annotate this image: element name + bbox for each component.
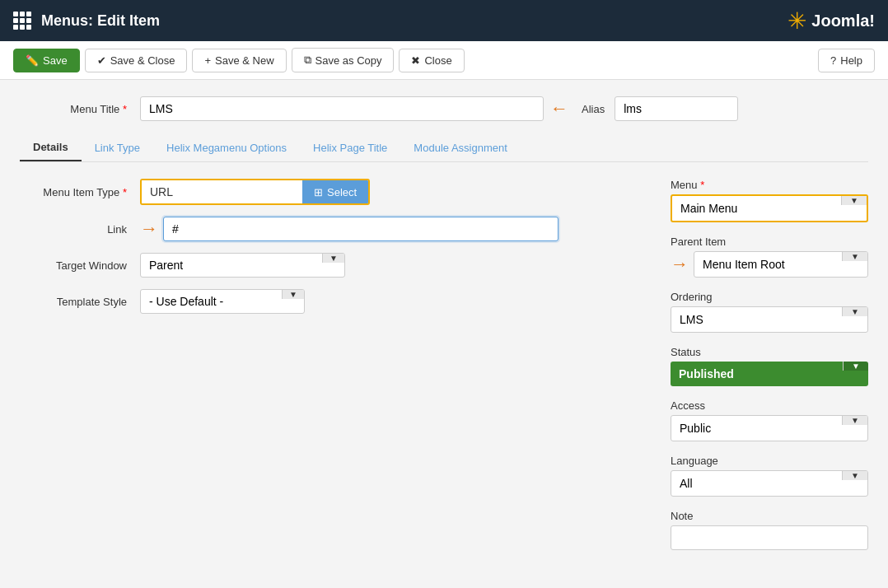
access-select[interactable]: Public Guest Registered Special Super Us… bbox=[671, 416, 842, 441]
access-chevron-icon: ▼ bbox=[842, 416, 867, 425]
access-select-wrap: Public Guest Registered Special Super Us… bbox=[671, 415, 868, 441]
header-left: Menus: Edit Item bbox=[13, 12, 160, 30]
menu-title-label: Menu Title bbox=[20, 103, 127, 115]
alias-input[interactable] bbox=[615, 96, 738, 121]
target-window-label: Target Window bbox=[20, 259, 127, 272]
grid-menu-icon[interactable] bbox=[13, 12, 31, 30]
menu-type-box: ⊞ Select bbox=[140, 179, 370, 205]
ordering-chevron-icon: ▼ bbox=[842, 307, 867, 316]
tab-helix-page-title[interactable]: Helix Page Title bbox=[300, 134, 400, 161]
tab-module-assignment[interactable]: Module Assignment bbox=[400, 134, 520, 161]
tab-bar: Details Link Type Helix Megamenu Options… bbox=[20, 134, 868, 162]
menu-item-type-select-button[interactable]: ⊞ Select bbox=[302, 180, 368, 203]
save-icon: ✏️ bbox=[26, 54, 39, 67]
grid-select-icon: ⊞ bbox=[314, 186, 323, 198]
close-button[interactable]: ✖ Close bbox=[399, 49, 464, 72]
menu-title-row: Menu Title ← Alias bbox=[20, 96, 868, 121]
close-icon: ✖ bbox=[411, 54, 420, 67]
ordering-select[interactable]: LMS bbox=[671, 307, 842, 332]
target-window-select[interactable]: Parent New Window with Navigation New Wi… bbox=[141, 254, 322, 277]
note-input[interactable] bbox=[671, 525, 868, 550]
template-style-select-wrap: - Use Default - Helix3 - Default ▼ bbox=[140, 289, 305, 314]
template-style-row: Template Style - Use Default - Helix3 - … bbox=[20, 289, 646, 314]
help-button[interactable]: ? Help bbox=[818, 49, 875, 72]
language-select[interactable]: All bbox=[671, 471, 842, 496]
ordering-label: Ordering bbox=[671, 291, 868, 303]
target-window-chevron-icon: ▼ bbox=[322, 254, 344, 263]
main-content: Menu Title ← Alias Details Link Type Hel… bbox=[0, 80, 888, 586]
link-label: Link bbox=[20, 223, 127, 236]
parent-item-chevron-icon: ▼ bbox=[842, 252, 867, 261]
checkmark-icon: ✔ bbox=[97, 54, 106, 67]
menu-right-label: Menu bbox=[671, 179, 868, 191]
help-icon: ? bbox=[830, 54, 836, 67]
language-label: Language bbox=[671, 455, 868, 467]
header: Menus: Edit Item ✳ Joomla! bbox=[0, 0, 888, 41]
arrow-annotation-link: → bbox=[140, 218, 158, 240]
copy-icon: ⧉ bbox=[304, 54, 311, 67]
menu-field: Menu Main Menu User Menu ▼ bbox=[671, 179, 868, 222]
note-label: Note bbox=[671, 510, 868, 522]
tab-link-type[interactable]: Link Type bbox=[82, 134, 153, 161]
parent-item-select-wrap: Menu Item Root ▼ bbox=[694, 251, 868, 278]
menu-item-type-input[interactable] bbox=[142, 180, 302, 203]
language-field: Language All ▼ bbox=[671, 455, 868, 497]
menu-title-input[interactable] bbox=[140, 96, 544, 121]
target-window-select-wrap: Parent New Window with Navigation New Wi… bbox=[140, 253, 345, 278]
joomla-logo: ✳ Joomla! bbox=[788, 7, 875, 35]
plus-icon: + bbox=[204, 54, 211, 67]
menu-item-type-label: Menu Item Type bbox=[20, 186, 127, 198]
link-input[interactable] bbox=[163, 217, 559, 241]
arrow-annotation-title: ← bbox=[550, 98, 568, 119]
access-field: Access Public Guest Registered Special S… bbox=[671, 399, 868, 441]
menu-select[interactable]: Main Menu User Menu bbox=[672, 196, 841, 221]
access-label: Access bbox=[671, 399, 868, 412]
ordering-select-wrap: LMS ▼ bbox=[671, 306, 868, 333]
parent-item-label: Parent Item bbox=[671, 236, 868, 248]
ordering-field: Ordering LMS ▼ bbox=[671, 291, 868, 333]
tab-details[interactable]: Details bbox=[20, 134, 82, 161]
save-button[interactable]: ✏️ Save bbox=[13, 49, 80, 72]
link-row: Link → bbox=[20, 217, 646, 241]
menu-chevron-icon: ▼ bbox=[841, 196, 867, 205]
page-title: Menus: Edit Item bbox=[41, 12, 160, 30]
target-window-row: Target Window Parent New Window with Nav… bbox=[20, 253, 646, 278]
template-style-label: Template Style bbox=[20, 296, 127, 308]
language-select-wrap: All ▼ bbox=[671, 470, 868, 497]
parent-item-field: Parent Item → Menu Item Root ▼ bbox=[671, 236, 868, 278]
left-column: Menu Item Type ⊞ Select Link → Target Wi… bbox=[20, 179, 646, 563]
save-close-button[interactable]: ✔ Save & Close bbox=[85, 49, 188, 72]
joomla-asterisk-icon: ✳ bbox=[788, 7, 806, 35]
status-select[interactable]: Published Unpublished Trashed bbox=[671, 362, 843, 386]
alias-row: Alias bbox=[582, 96, 738, 121]
note-field: Note bbox=[671, 510, 868, 550]
status-field: Status Published Unpublished Trashed ▼ bbox=[671, 346, 868, 386]
status-chevron-icon: ▼ bbox=[843, 362, 868, 371]
right-column: Menu Main Menu User Menu ▼ Parent Item → bbox=[671, 179, 868, 563]
template-style-chevron-icon: ▼ bbox=[282, 290, 304, 299]
parent-item-select[interactable]: Menu Item Root bbox=[694, 252, 842, 277]
toolbar: ✏️ Save ✔ Save & Close + Save & New ⧉ Sa… bbox=[0, 41, 888, 80]
status-label: Status bbox=[671, 346, 868, 358]
save-copy-button[interactable]: ⧉ Save as Copy bbox=[292, 48, 395, 72]
tab-helix-megamenu[interactable]: Helix Megamenu Options bbox=[153, 134, 300, 161]
form-body: Menu Item Type ⊞ Select Link → Target Wi… bbox=[20, 179, 868, 563]
menu-item-type-row: Menu Item Type ⊞ Select bbox=[20, 179, 646, 205]
save-new-button[interactable]: + Save & New bbox=[192, 49, 286, 72]
template-style-select[interactable]: - Use Default - Helix3 - Default bbox=[141, 290, 282, 313]
joomla-logo-text: Joomla! bbox=[811, 12, 875, 30]
menu-select-wrap: Main Menu User Menu ▼ bbox=[671, 194, 868, 222]
status-select-wrap: Published Unpublished Trashed ▼ bbox=[671, 362, 868, 386]
arrow-annotation-parent: → bbox=[671, 254, 689, 275]
language-chevron-icon: ▼ bbox=[842, 471, 867, 480]
alias-label: Alias bbox=[582, 103, 605, 115]
menu-title-field-wrap: ← bbox=[140, 96, 568, 121]
